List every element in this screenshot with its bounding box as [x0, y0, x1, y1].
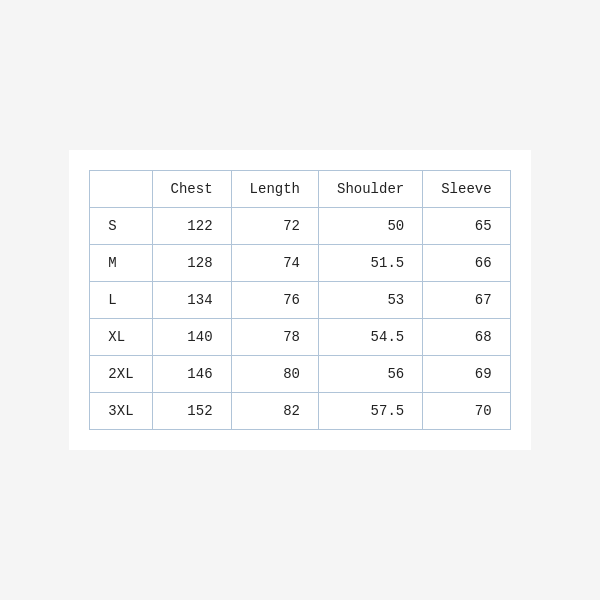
header-shoulder: Shoulder — [319, 171, 423, 208]
table-header-row: Chest Length Shoulder Sleeve — [90, 171, 510, 208]
cell-size: XL — [90, 319, 152, 356]
cell-length: 80 — [231, 356, 318, 393]
header-length: Length — [231, 171, 318, 208]
cell-chest: 122 — [152, 208, 231, 245]
table-row: XL1407854.568 — [90, 319, 510, 356]
table-row: 2XL146805669 — [90, 356, 510, 393]
size-chart-container: Chest Length Shoulder Sleeve S122725065M… — [69, 150, 530, 450]
cell-sleeve: 68 — [423, 319, 510, 356]
cell-shoulder: 53 — [319, 282, 423, 319]
table-row: S122725065 — [90, 208, 510, 245]
cell-chest: 128 — [152, 245, 231, 282]
cell-length: 74 — [231, 245, 318, 282]
cell-shoulder: 54.5 — [319, 319, 423, 356]
table-row: M1287451.566 — [90, 245, 510, 282]
cell-sleeve: 65 — [423, 208, 510, 245]
header-size — [90, 171, 152, 208]
cell-shoulder: 50 — [319, 208, 423, 245]
table-row: L134765367 — [90, 282, 510, 319]
cell-shoulder: 56 — [319, 356, 423, 393]
cell-chest: 152 — [152, 393, 231, 430]
size-chart-table: Chest Length Shoulder Sleeve S122725065M… — [89, 170, 510, 430]
cell-sleeve: 69 — [423, 356, 510, 393]
header-sleeve: Sleeve — [423, 171, 510, 208]
cell-shoulder: 57.5 — [319, 393, 423, 430]
cell-size: 2XL — [90, 356, 152, 393]
cell-length: 72 — [231, 208, 318, 245]
cell-sleeve: 66 — [423, 245, 510, 282]
table-row: 3XL1528257.570 — [90, 393, 510, 430]
cell-size: S — [90, 208, 152, 245]
cell-sleeve: 70 — [423, 393, 510, 430]
cell-size: M — [90, 245, 152, 282]
cell-shoulder: 51.5 — [319, 245, 423, 282]
cell-size: L — [90, 282, 152, 319]
header-chest: Chest — [152, 171, 231, 208]
cell-length: 76 — [231, 282, 318, 319]
cell-chest: 134 — [152, 282, 231, 319]
cell-length: 82 — [231, 393, 318, 430]
cell-size: 3XL — [90, 393, 152, 430]
cell-chest: 140 — [152, 319, 231, 356]
cell-sleeve: 67 — [423, 282, 510, 319]
cell-length: 78 — [231, 319, 318, 356]
cell-chest: 146 — [152, 356, 231, 393]
